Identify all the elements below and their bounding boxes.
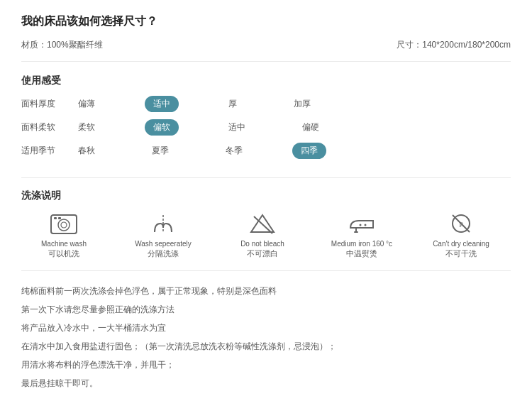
note-2: 第一次下水请您尽量参照正确的洗涤方法 xyxy=(21,301,511,318)
medium-iron-icon xyxy=(346,211,377,236)
machine-wash-label-en: Machine wash xyxy=(41,239,87,248)
machine-wash-icon xyxy=(48,211,79,236)
feel-option-soft: 柔软 xyxy=(71,119,102,136)
svg-point-1 xyxy=(58,219,70,231)
svg-point-10 xyxy=(360,224,362,226)
note-4: 在清水中加入食用盐进行固色；（第一次清洗忌放洗衣粉等碱性洗涤剂，忌浸泡）； xyxy=(21,338,511,355)
material-label: 材质： xyxy=(21,40,47,50)
machine-wash-label-cn: 可以机洗 xyxy=(48,248,79,259)
feel-section: 使用感受 面料厚度 偏薄 适中 厚 加厚 面料柔软 柔软 偏软 适中 偏硬 适用… xyxy=(21,75,511,178)
feel-label-season: 适用季节 xyxy=(21,145,71,157)
feel-options-softness: 柔软 偏软 适中 偏硬 xyxy=(71,119,326,136)
feel-option-extra-thick: 加厚 xyxy=(287,96,318,112)
do-not-bleach-icon xyxy=(247,211,278,236)
size-label: 尺寸： xyxy=(397,40,422,50)
svg-rect-3 xyxy=(54,217,57,219)
feel-option-spring-autumn: 春秋 xyxy=(71,143,102,159)
feel-option-slightly-soft: 偏软 xyxy=(145,119,179,136)
wash-item-no-dry-clean: P Can't dry cleaning 不可干洗 xyxy=(419,211,504,259)
feel-options-thickness: 偏薄 适中 厚 加厚 xyxy=(71,96,318,112)
feel-option-hard: 偏硬 xyxy=(295,119,326,136)
page-title: 我的床品该如何选择尺寸？ xyxy=(21,14,511,29)
feel-option-thick: 厚 xyxy=(221,96,244,112)
svg-rect-9 xyxy=(354,231,358,233)
wash-section-title: 洗涤说明 xyxy=(21,189,511,202)
wash-separately-label-en: Wash sepeerately xyxy=(135,239,192,248)
iron-label-cn: 中温熨烫 xyxy=(346,248,377,259)
wash-item-machine: Machine wash 可以机洗 xyxy=(21,211,106,259)
feel-section-title: 使用感受 xyxy=(21,75,511,87)
feel-row-season: 适用季节 春秋 夏季 冬季 四季 xyxy=(21,143,511,159)
svg-rect-4 xyxy=(58,217,61,219)
feel-row-thickness: 面料厚度 偏薄 适中 厚 加厚 xyxy=(21,96,511,112)
feel-option-medium: 适中 xyxy=(145,96,179,112)
no-bleach-label-cn: 不可漂白 xyxy=(247,248,278,259)
wash-item-iron: Medium iron 160 °c 中温熨烫 xyxy=(319,211,404,259)
wash-separately-label-cn: 分隔洗涤 xyxy=(148,248,179,259)
feel-option-all-season: 四季 xyxy=(292,143,326,159)
wash-icons-row: Machine wash 可以机洗 Wash sepeerately 分隔洗涤 xyxy=(21,211,511,259)
meta-row: 材质：100%聚酯纤维 尺寸：140*200cm/180*200cm xyxy=(21,39,511,62)
note-5: 用清水将布料的浮色漂洗干净，并甩干； xyxy=(21,356,511,373)
iron-label-en: Medium iron 160 °c xyxy=(331,239,392,248)
no-dry-clean-label-en: Can't dry cleaning xyxy=(433,239,489,248)
feel-label-thickness: 面料厚度 xyxy=(21,98,71,110)
size-value: 140*200cm/180*200cm xyxy=(422,40,511,50)
svg-point-11 xyxy=(365,224,367,226)
wash-item-separately: Wash sepeerately 分隔洗涤 xyxy=(121,211,206,259)
note-3: 将产品放入冷水中，一大半桶清水为宜 xyxy=(21,319,511,336)
feel-option-thin: 偏薄 xyxy=(71,96,102,112)
wash-section: 洗涤说明 Machine wash 可以机洗 xyxy=(21,189,511,271)
material-value: 100%聚酯纤维 xyxy=(47,40,103,50)
feel-option-medium-soft: 适中 xyxy=(221,119,253,136)
svg-point-2 xyxy=(61,222,67,228)
feel-option-winter: 冬季 xyxy=(218,143,250,159)
wash-separately-icon xyxy=(148,211,179,236)
no-bleach-label-en: Do not bleach xyxy=(240,239,284,248)
cant-dry-cleaning-icon: P xyxy=(445,211,477,236)
note-1: 纯棉面料前一两次洗涤会掉色浮色，属于正常现象，特别是深色面料 xyxy=(21,282,511,299)
size-info: 尺寸：140*200cm/180*200cm xyxy=(397,39,511,51)
wash-item-no-bleach: Do not bleach 不可漂白 xyxy=(220,211,305,259)
note-6: 最后悬挂晾干即可。 xyxy=(21,375,511,392)
notes-section: 纯棉面料前一两次洗涤会掉色浮色，属于正常现象，特别是深色面料 第一次下水请您尽量… xyxy=(21,282,511,392)
feel-label-softness: 面料柔软 xyxy=(21,121,71,133)
feel-row-softness: 面料柔软 柔软 偏软 适中 偏硬 xyxy=(21,119,511,136)
feel-option-summer: 夏季 xyxy=(145,143,176,159)
material-info: 材质：100%聚酯纤维 xyxy=(21,39,103,51)
feel-options-season: 春秋 夏季 冬季 四季 xyxy=(71,143,326,159)
no-dry-clean-label-cn: 不可干洗 xyxy=(445,248,477,259)
